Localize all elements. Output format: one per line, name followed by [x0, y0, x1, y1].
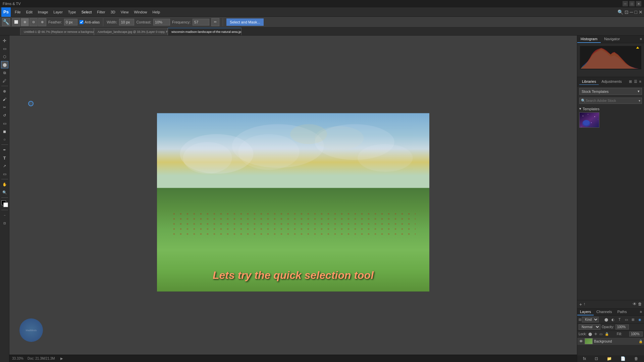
tab-1[interactable]: Azerbaijan_landscape.jpg @ 33.3% (Layer …	[94, 28, 168, 35]
marquee-tool[interactable]: ▭	[1, 45, 8, 52]
select-mask-button[interactable]: Select and Mask...	[226, 18, 264, 26]
tab-2[interactable]: wisconsin-madison-landscape-of-the-natur…	[168, 28, 241, 35]
feather-input[interactable]	[64, 19, 77, 25]
tab-histogram[interactable]: Histogram	[577, 36, 601, 43]
shape-filter-icon[interactable]: ▭	[623, 316, 629, 322]
tab-channels[interactable]: Channels	[594, 309, 614, 315]
grid-view-icon[interactable]: ⊞	[628, 79, 633, 84]
filter-toggle-icon[interactable]: ◉	[637, 316, 643, 322]
eye-library-icon[interactable]: 👁	[633, 302, 637, 307]
menu-filter[interactable]: Filter	[94, 9, 108, 15]
history-brush-tool[interactable]: ↺	[1, 112, 8, 119]
minimize-button[interactable]: ─	[623, 1, 628, 6]
layer-visibility-icon[interactable]: 👁	[579, 339, 583, 344]
upload-library-icon[interactable]: ↑	[583, 302, 585, 307]
hand-tool[interactable]: ✋	[1, 181, 8, 188]
path-select-tool[interactable]: ↗	[1, 162, 8, 170]
close-ps-icon[interactable]: ✕	[639, 9, 643, 15]
add-selection-btn[interactable]: ⊕	[21, 18, 29, 26]
move-tool[interactable]: ✛	[1, 37, 8, 44]
subtract-selection-btn[interactable]: ⊖	[30, 18, 38, 26]
extra-tools[interactable]: ···	[1, 212, 8, 219]
stock-search-input[interactable]	[586, 99, 639, 103]
anti-alias-label[interactable]: Anti-alias	[79, 20, 100, 24]
pixel-filter-icon[interactable]: ⬤	[603, 316, 609, 322]
clone-tool[interactable]: ✂	[1, 104, 8, 111]
menu-type[interactable]: Type	[65, 9, 79, 15]
lock-artboard-btn[interactable]: ▭	[599, 332, 603, 336]
title-bar-controls[interactable]: ─ □ ✕	[623, 1, 641, 6]
menu-3d[interactable]: 3D	[108, 9, 118, 15]
add-mask-button[interactable]: ⊡	[595, 356, 598, 361]
menu-edit[interactable]: Edit	[23, 9, 35, 15]
anti-alias-checkbox[interactable]	[79, 20, 84, 24]
lock-position-btn[interactable]: ✛	[594, 332, 598, 336]
new-group-button[interactable]: 📁	[607, 356, 612, 361]
minimize-ps-icon[interactable]: ─	[630, 9, 633, 15]
shape-tool[interactable]: ▭	[1, 170, 8, 178]
background-color[interactable]	[3, 202, 8, 207]
menu-file[interactable]: File	[12, 9, 23, 15]
intersect-selection-btn[interactable]: ⊗	[38, 18, 46, 26]
maximize-button[interactable]: □	[629, 1, 635, 6]
menu-select[interactable]: Select	[79, 9, 95, 15]
lock-all-btn[interactable]: 🔒	[604, 332, 609, 336]
fx-button[interactable]: fx	[583, 356, 586, 361]
layer-kind-select[interactable]: Kind	[582, 317, 599, 322]
quick-selection-tool[interactable]: ⬤	[1, 61, 8, 68]
canvas-image[interactable]: Lets try the quick selection tool	[157, 113, 429, 292]
dodge-tool[interactable]: ○	[1, 136, 8, 143]
close-button[interactable]: ✕	[636, 1, 641, 6]
workspace-icon[interactable]: ⊡	[625, 9, 629, 15]
healing-tool[interactable]: ⊕	[1, 87, 8, 95]
menu-image[interactable]: Image	[35, 9, 51, 15]
opacity-input[interactable]	[615, 324, 629, 329]
canvas-area[interactable]: Lets try the quick selection tool MadMin…	[9, 36, 577, 362]
menu-help[interactable]: Help	[150, 9, 163, 15]
eraser-tool[interactable]: ▭	[1, 120, 8, 127]
tab-navigator[interactable]: Navigator	[601, 36, 623, 43]
brush-tool[interactable]: 🖌	[1, 96, 8, 103]
template-item-0[interactable]: ✓	[579, 112, 599, 128]
tab-layers[interactable]: Layers	[577, 309, 594, 315]
text-tool[interactable]: T	[1, 154, 8, 162]
delete-layer-button[interactable]: 🗑	[634, 356, 638, 361]
gradient-tool[interactable]: ◼	[1, 128, 8, 135]
search-icon[interactable]: 🔍	[618, 9, 623, 15]
width-input[interactable]	[119, 19, 134, 25]
pen-tool[interactable]: ✒	[1, 146, 8, 154]
list-view-icon[interactable]: ☰	[633, 79, 638, 84]
adjustment-filter-icon[interactable]: ◐	[610, 316, 616, 322]
menu-layer[interactable]: Layer	[51, 9, 65, 15]
stock-search-bar[interactable]: 🔍 ▾	[579, 98, 642, 104]
add-library-icon[interactable]: +	[579, 302, 582, 307]
capture-tool[interactable]: ⊡	[1, 220, 8, 227]
search-dropdown-icon[interactable]: ▾	[639, 99, 640, 103]
blend-mode-select[interactable]: Normal	[579, 324, 600, 330]
menu-view[interactable]: View	[118, 9, 131, 15]
eyedropper-tool[interactable]: 🖊	[1, 77, 8, 84]
new-selection-btn[interactable]: ⬜	[12, 18, 20, 26]
contrast-input[interactable]	[153, 19, 170, 25]
tab-adjustments[interactable]: Adjustments	[599, 78, 625, 85]
tab-0[interactable]: Untitled-1 @ 66.7% (Replace or remove a …	[20, 28, 94, 35]
lasso-tool[interactable]: ⬡	[1, 53, 8, 60]
background-layer-row[interactable]: 👁 Background 🔒	[577, 338, 644, 345]
color-swatch[interactable]	[1, 200, 8, 207]
smart-filter-icon[interactable]: ⊞	[630, 316, 636, 322]
frequency-input[interactable]	[193, 19, 209, 25]
restore-ps-icon[interactable]: □	[635, 9, 637, 15]
stylus-pressure-btn[interactable]: ✏	[211, 18, 219, 26]
tab-paths[interactable]: Paths	[615, 309, 630, 315]
panel-menu-libs-icon[interactable]: ≡	[639, 79, 642, 84]
new-layer-button[interactable]: 📄	[621, 356, 626, 361]
crop-tool[interactable]: ⧉	[1, 69, 8, 76]
fill-input[interactable]	[629, 331, 643, 337]
lock-pixels-btn[interactable]: ⬤	[588, 332, 593, 336]
zoom-tool[interactable]: 🔍	[1, 189, 8, 196]
panel-menu-icon[interactable]: ≡	[638, 36, 644, 43]
menu-window[interactable]: Window	[131, 9, 150, 15]
stock-templates-dropdown[interactable]: Stock Templates ▾	[579, 88, 642, 95]
type-filter-icon[interactable]: T	[616, 316, 623, 322]
layers-panel-menu[interactable]: ≡	[638, 309, 644, 315]
